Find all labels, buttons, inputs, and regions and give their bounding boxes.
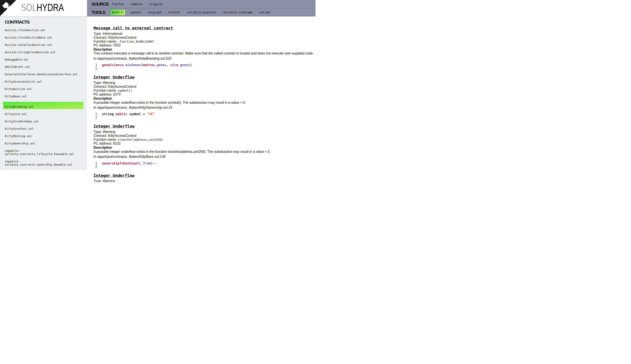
meta-type-value: Warning <box>103 130 115 134</box>
source-location: In /app/input/contracts_flatten/KittyOwn… <box>94 106 313 110</box>
contract-item-KittyBase[interactable]: KittyBase.sol <box>3 94 83 98</box>
source-row: SOURCE flattencombineoriginal <box>87 0 316 8</box>
contracts-title: CONTRACTS <box>5 20 83 25</box>
source-path: /app/input/contracts_flatten/KittyBase.s… <box>97 155 166 158</box>
logo-area: SOLHYDRA <box>0 0 87 17</box>
tool-item-solidity-analyzer[interactable]: solidity-analyzer <box>186 10 217 15</box>
description-heading: Description <box>94 48 313 52</box>
source-path: /app/input/contracts_flatten/KittyBreedi… <box>97 57 171 60</box>
meta-pc-value: 9132 <box>113 142 121 145</box>
meta-contract-value: KittyAccessControl <box>108 85 136 88</box>
code-token: .genes <box>155 63 166 67</box>
meta-type-label: Type: <box>94 32 103 36</box>
contract-item-KittyAuction[interactable]: KittyAuction.sol <box>3 87 83 91</box>
contract-item-zeppelin-solidity.contracts.ownership.Ownable[interactable]: zeppelin-solidity.contracts.ownership.Ow… <box>3 160 83 166</box>
code-token: public <box>116 112 127 116</box>
in-label: In <box>94 57 97 60</box>
code-token: .genes <box>178 63 190 67</box>
code-snippet: 1string public symbol = "CK" 2 <box>94 112 313 120</box>
meta-pc-label: PC address: <box>94 92 113 96</box>
report-section: Integer UnderflowType: WarningContract: … <box>94 124 313 168</box>
code-snippet: 1geneScience.mixGenes(matron.genes, sire… <box>94 63 313 70</box>
source-item-flatten[interactable]: flatten <box>111 2 125 7</box>
section-title: Integer Underflow <box>94 173 313 178</box>
contract-item-Auction.ClockAuctionBase[interactable]: Auction.ClockAuctionBase.sol <box>3 36 83 39</box>
code-token: , <box>166 63 170 67</box>
meta-function-label: Function name: <box>94 40 118 43</box>
contract-item-KittyOwnership[interactable]: KittyOwnership.sol <box>3 142 83 145</box>
report-main: Message call to external contractType: I… <box>87 16 316 182</box>
tool-item-mythril[interactable]: mythril <box>111 10 125 15</box>
code-token: [_from] <box>139 162 153 165</box>
code-token: string <box>102 112 116 116</box>
section-meta: Type: WarningContract: KittyAccessContro… <box>94 81 313 96</box>
contract-item-Auction.SiringClockAuction[interactable]: Auction.SiringClockAuction.sol <box>3 50 83 54</box>
section-title: Integer Underflow <box>94 124 313 128</box>
contracts-panel: CONTRACTS Auction.ClockAuction.solAuctio… <box>0 17 87 170</box>
description-text: This contract executes a message call to… <box>94 52 313 55</box>
description-text: A possible integer underflow exists in t… <box>94 101 313 104</box>
meta-function-value: symbol() <box>118 89 132 92</box>
tools-row: TOOLS mythriloyentesolgraphsolhintsolidi… <box>87 8 316 16</box>
contract-item-ExternalInterfaces.GeneScienceInterface[interactable]: ExternalInterfaces.GeneScienceInterface.… <box>3 72 83 76</box>
tool-item-solidity-coverage[interactable]: solidity-coverage <box>222 10 253 15</box>
contract-item-zeppelin-solidity.contracts.lifecycle.Pausable[interactable]: zeppelin-solidity.contracts.lifecycle.Pa… <box>3 149 83 156</box>
section-title: Integer Underflow <box>94 75 313 80</box>
code-token: symbol = <box>127 112 147 116</box>
code-line-number: 1 <box>95 162 97 165</box>
app-logo: SOLHYDRA <box>5 2 64 13</box>
contract-item-Auction.SaleClockAuction[interactable]: Auction.SaleClockAuction.sol <box>3 43 83 47</box>
tools-label: TOOLS <box>92 10 111 15</box>
meta-function-value: transfer(address,uint256) <box>118 138 163 141</box>
contract-item-Debuggable[interactable]: Debuggable.sol <box>3 58 83 62</box>
report-section: Integer UnderflowType: WarningContract: … <box>94 75 313 120</box>
code-token: ownershipTokenCount <box>102 162 139 165</box>
contract-item-ERC721Draft[interactable]: ERC721Draft.sol <box>3 65 83 69</box>
tool-item-oyente[interactable]: oyente <box>130 10 142 15</box>
contract-item-KittyCoreRinkeby[interactable]: KittyCoreRinkeby.sol <box>3 120 83 123</box>
code-line-number: 1 <box>95 63 97 67</box>
meta-pc-label: PC address: <box>94 44 113 47</box>
contract-item-KittyCore[interactable]: KittyCore.sol <box>3 112 83 116</box>
contract-item-KittyCoreTest[interactable]: KittyCoreTest.sol <box>3 127 83 130</box>
tools-nav: mythriloyentesolgraphsolhintsolidity-ana… <box>111 10 275 15</box>
contract-item-KittyAccessControl[interactable]: KittyAccessControl.sol <box>3 80 83 84</box>
in-label: In <box>94 155 97 158</box>
logo-sol: SOL <box>21 2 37 13</box>
meta-function-label: Function name: <box>94 138 118 141</box>
code-line-number: 2 <box>95 67 97 71</box>
meta-pc-label: PC address: <box>94 142 113 145</box>
contract-item-KittyMinting[interactable]: KittyMinting.sol <box>3 134 83 138</box>
meta-type-label: Type: <box>94 81 103 84</box>
section-title: Message call to external contract <box>94 26 313 30</box>
top-header: SOURCE flattencombineoriginal TOOLS myth… <box>87 0 316 16</box>
meta-function-label: Function name: <box>94 88 118 92</box>
source-location: In /app/input/contracts_flatten/KittyBre… <box>94 57 313 60</box>
meta-contract-label: Contract: <box>94 85 108 88</box>
contract-item-Auction.ClockAuction[interactable]: Auction.ClockAuction.sol <box>3 28 83 32</box>
source-label: SOURCE <box>92 2 111 7</box>
tool-item-solhint[interactable]: solhint <box>167 10 181 15</box>
source-location: In /app/input/contracts_flatten/KittyBas… <box>94 155 313 159</box>
code-token: ) <box>190 63 192 67</box>
code-token: sire <box>170 63 178 67</box>
source-path: /app/input/contracts_flatten/KittyOwners… <box>97 106 172 109</box>
code-token: geneScience <box>102 63 123 67</box>
section-meta: Type: Warning <box>94 179 313 182</box>
in-label: In <box>94 106 97 109</box>
section-meta: Type: InformationalContract: KittyAccess… <box>94 32 313 47</box>
code-snippet: 1ownershipTokenCount[_from]-- 2 <box>94 162 313 169</box>
meta-type-value: Warning <box>103 81 115 84</box>
code-token: .mixGenes <box>123 63 141 67</box>
meta-contract-value: KittyAccessControl <box>108 36 136 39</box>
code-line-number: 2 <box>95 165 97 169</box>
source-item-original[interactable]: original <box>148 2 164 7</box>
source-item-combine[interactable]: combine <box>130 2 143 7</box>
tool-item-solium[interactable]: solium <box>258 10 270 15</box>
report-section: Integer UnderflowType: Warning <box>94 173 313 182</box>
meta-pc-value: 7552 <box>113 44 121 47</box>
logo-hydra: HYDRA <box>37 2 64 13</box>
left-column: SOLHYDRA CONTRACTS Auction.ClockAuction.… <box>0 0 87 182</box>
tool-item-solgraph[interactable]: solgraph <box>147 10 162 15</box>
contract-item-KittyBreeding[interactable]: KittyBreeding.sol <box>3 102 83 109</box>
